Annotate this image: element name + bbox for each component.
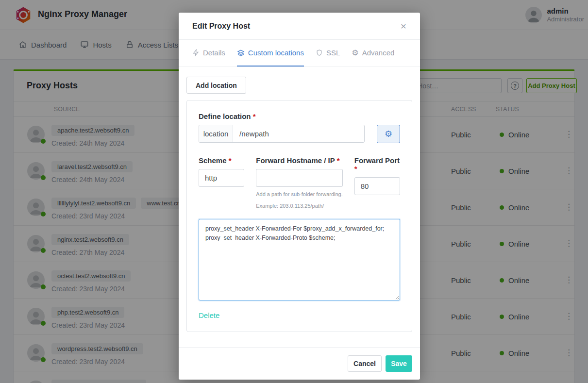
location-settings-button[interactable]: ⚙ xyxy=(377,125,400,143)
forward-port-label: Forward Port * xyxy=(354,156,400,173)
save-button[interactable]: Save xyxy=(386,355,412,372)
tab-label: Details xyxy=(203,49,225,57)
tab-custom-locations[interactable]: Custom locations xyxy=(237,40,304,67)
zap-icon xyxy=(192,49,200,56)
edit-proxy-host-modal: Edit Proxy Host × Details Custom locatio… xyxy=(179,13,420,380)
forward-hostname-label: Forward Hostname / IP * xyxy=(256,156,343,165)
delete-location-link[interactable]: Delete xyxy=(199,311,219,319)
tab-label: Custom locations xyxy=(248,49,304,57)
tab-label: Advanced xyxy=(362,49,395,57)
forward-hint-line1: Add a path for sub-folder forwarding. xyxy=(256,191,343,197)
gear-icon: ⚙ xyxy=(385,129,392,139)
add-location-button[interactable]: Add location xyxy=(186,77,246,94)
required-asterisk: * xyxy=(229,156,232,165)
forward-port-field: Forward Port * xyxy=(354,156,400,209)
forward-hint-line2: Example: 203.0.113.25/path/ xyxy=(256,203,343,209)
required-asterisk: * xyxy=(337,156,340,165)
location-path-input[interactable] xyxy=(233,125,364,142)
required-asterisk: * xyxy=(253,112,256,120)
location-prefix-label: location xyxy=(199,125,233,142)
layers-icon xyxy=(237,49,245,57)
scheme-label: Scheme * xyxy=(199,156,244,165)
modal-footer: Cancel Save xyxy=(179,347,420,380)
required-asterisk: * xyxy=(354,165,357,173)
scheme-input[interactable] xyxy=(199,169,244,187)
modal-tabs: Details Custom locations SSL ⚙ Advanced xyxy=(179,40,420,67)
modal-header: Edit Proxy Host × xyxy=(179,13,420,40)
forward-hostname-input[interactable] xyxy=(256,169,343,187)
forward-hostname-field: Forward Hostname / IP * Add a path for s… xyxy=(256,156,343,209)
tab-advanced[interactable]: ⚙ Advanced xyxy=(352,40,394,67)
shield-icon xyxy=(316,49,323,56)
scheme-field: Scheme * xyxy=(199,156,244,209)
forward-port-input[interactable] xyxy=(354,177,400,195)
cancel-button[interactable]: Cancel xyxy=(348,355,382,372)
location-panel: Define location * location ⚙ Scheme * xyxy=(186,100,412,332)
define-location-label: Define location * xyxy=(199,112,400,120)
gear-icon: ⚙ xyxy=(352,49,358,57)
tab-details[interactable]: Details xyxy=(192,40,225,67)
location-advanced-config-textarea[interactable]: proxy_set_header X-Forwarded-For $proxy_… xyxy=(199,219,400,300)
modal-body: Add location Define location * location … xyxy=(179,67,420,332)
location-path-group: location xyxy=(199,125,365,143)
tab-label: SSL xyxy=(326,49,340,57)
forward-fields-row: Scheme * Forward Hostname / IP * Add a p… xyxy=(199,156,400,209)
tab-ssl[interactable]: SSL xyxy=(316,40,340,67)
modal-title: Edit Proxy Host xyxy=(192,22,401,31)
close-icon[interactable]: × xyxy=(401,21,406,31)
